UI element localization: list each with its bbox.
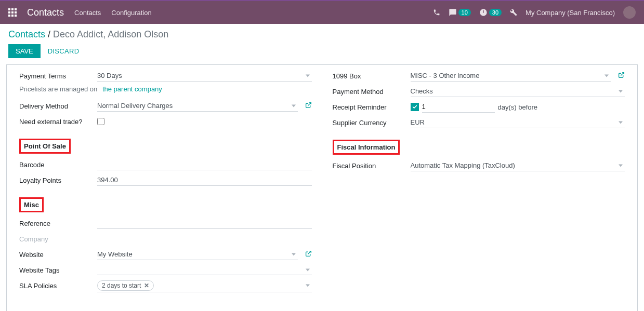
website-select[interactable]: [97, 249, 298, 260]
field-external-trade: Need external trade?: [19, 114, 312, 129]
phone-icon[interactable]: [433, 9, 440, 16]
receipt-reminder-label: Receipt Reminder: [333, 103, 411, 111]
field-website: Website: [19, 247, 312, 262]
reference-input[interactable]: [97, 218, 312, 229]
svg-rect-6: [8, 15, 10, 17]
sla-tag-label: 2 days to start: [102, 282, 141, 289]
fiscal-position-input[interactable]: [411, 160, 625, 171]
field-fiscal-position: Fiscal Position: [333, 158, 625, 173]
loyalty-label: Loyalty Points: [19, 177, 97, 184]
field-supplier-currency: Supplier Currency: [333, 115, 625, 130]
field-company: Company: [19, 231, 312, 247]
svg-rect-4: [11, 11, 14, 13]
svg-rect-3: [8, 11, 10, 13]
receipt-reminder-days-input[interactable]: [422, 101, 495, 113]
chat-icon[interactable]: 10: [449, 8, 471, 17]
payment-terms-input[interactable]: [97, 70, 312, 82]
loyalty-input[interactable]: [97, 174, 312, 186]
field-loyalty: Loyalty Points: [19, 172, 312, 188]
right-column: 1099 Box Payment Method: [333, 68, 625, 293]
breadcrumb-separator: /: [48, 29, 53, 39]
delivery-method-label: Delivery Method: [19, 102, 97, 110]
breadcrumb: Contacts / Deco Addict, Addison Olson: [8, 29, 636, 40]
company-label: Company: [19, 235, 97, 243]
breadcrumb-current: Deco Addict, Addison Olson: [53, 29, 168, 39]
tag-remove-icon[interactable]: ✕: [144, 282, 149, 289]
svg-rect-7: [11, 15, 14, 17]
navbar-left: Contacts Contacts Configuration: [8, 7, 152, 18]
box1099-input[interactable]: [411, 70, 611, 82]
left-column: Payment Terms Pricelists are managed on …: [19, 68, 312, 293]
svg-rect-0: [8, 8, 10, 10]
sla-label: SLA Policies: [19, 282, 97, 290]
payment-terms-label: Payment Terms: [19, 72, 97, 80]
sla-tags-input[interactable]: 2 days to start ✕: [97, 279, 312, 292]
payment-terms-select[interactable]: [97, 70, 312, 82]
external-trade-label: Need external trade?: [19, 118, 97, 126]
payment-method-select[interactable]: [411, 86, 625, 97]
field-payment-method: Payment Method: [333, 84, 625, 99]
form-columns: Payment Terms Pricelists are managed on …: [19, 68, 625, 293]
field-sla: SLA Policies 2 days to start ✕: [19, 278, 312, 293]
svg-rect-1: [11, 8, 14, 10]
external-link-icon[interactable]: [618, 72, 625, 80]
field-website-tags: Website Tags: [19, 262, 312, 278]
website-tags-label: Website Tags: [19, 266, 97, 274]
activity-count-badge: 30: [489, 9, 502, 16]
save-button[interactable]: SAVE: [8, 44, 41, 58]
apps-icon[interactable]: [8, 8, 17, 17]
supplier-currency-label: Supplier Currency: [333, 119, 411, 127]
sheet-wrap: Payment Terms Pricelists are managed on …: [0, 64, 644, 311]
nav-configuration[interactable]: Configuration: [111, 9, 151, 17]
box1099-select[interactable]: [411, 70, 611, 82]
pricelist-note-text: Pricelists are managed on: [19, 85, 97, 93]
breadcrumb-row: Contacts / Deco Addict, Addison Olson: [0, 24, 644, 42]
website-label: Website: [19, 251, 97, 259]
barcode-input[interactable]: [97, 159, 312, 170]
section-fiscal-information: Fiscal Information: [333, 140, 400, 155]
receipt-reminder-checkbox[interactable]: [411, 103, 419, 111]
supplier-currency-select[interactable]: [411, 117, 625, 128]
navbar-right: 10 30 My Company (San Francisco): [433, 6, 636, 19]
app-title[interactable]: Contacts: [27, 7, 64, 18]
user-avatar[interactable]: [623, 6, 636, 19]
payment-method-input[interactable]: [411, 86, 625, 97]
svg-rect-2: [15, 8, 17, 10]
top-navbar: Contacts Contacts Configuration 10 30 My…: [0, 0, 644, 24]
field-payment-terms: Payment Terms: [19, 68, 312, 84]
form-sheet: Payment Terms Pricelists are managed on …: [6, 64, 638, 311]
section-misc: Misc: [19, 197, 44, 212]
external-link-icon[interactable]: [305, 250, 312, 259]
pricelist-parent-link[interactable]: the parent company: [102, 85, 162, 93]
reference-label: Reference: [19, 220, 97, 227]
section-point-of-sale: Point Of Sale: [19, 139, 71, 154]
box1099-label: 1099 Box: [333, 72, 411, 80]
pricelist-note: Pricelists are managed on the parent com…: [19, 84, 312, 98]
field-receipt-reminder: Receipt Reminder day(s) before: [333, 99, 625, 115]
breadcrumb-root[interactable]: Contacts: [8, 29, 45, 39]
website-input[interactable]: [97, 249, 298, 260]
external-trade-checkbox[interactable]: [97, 118, 104, 125]
external-link-icon[interactable]: [305, 102, 312, 110]
field-delivery-method: Delivery Method: [19, 98, 312, 114]
barcode-label: Barcode: [19, 161, 97, 169]
tools-icon[interactable]: [510, 9, 517, 16]
activity-icon[interactable]: 30: [479, 8, 502, 17]
payment-method-label: Payment Method: [333, 88, 411, 96]
discard-button[interactable]: DISCARD: [48, 47, 80, 55]
fiscal-position-label: Fiscal Position: [333, 162, 411, 170]
delivery-method-input[interactable]: [97, 100, 298, 112]
field-barcode: Barcode: [19, 157, 312, 172]
field-reference: Reference: [19, 215, 312, 231]
delivery-method-select[interactable]: [97, 100, 298, 112]
chat-count-badge: 10: [458, 9, 471, 16]
action-row: SAVE DISCARD: [0, 42, 644, 64]
svg-rect-5: [15, 11, 17, 13]
website-tags-input[interactable]: [97, 265, 312, 275]
receipt-reminder-suffix: day(s) before: [498, 103, 538, 111]
nav-contacts[interactable]: Contacts: [74, 9, 101, 17]
company-selector[interactable]: My Company (San Francisco): [525, 9, 615, 17]
fiscal-position-select[interactable]: [411, 160, 625, 171]
sla-tag: 2 days to start ✕: [97, 280, 154, 291]
supplier-currency-input[interactable]: [411, 117, 625, 128]
